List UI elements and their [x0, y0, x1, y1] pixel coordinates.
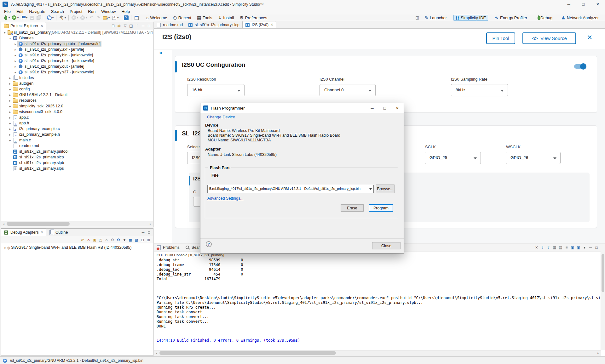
grid-icon[interactable]: ▩	[134, 237, 139, 243]
tree-item[interactable]: ▸main.c	[1, 137, 153, 143]
chevron-right-icon[interactable]: ▸	[8, 139, 12, 142]
tree-item[interactable]: sl_si91x_i2s_primary.slcp	[1, 154, 153, 160]
help-icon[interactable]: ?	[206, 241, 212, 247]
perspective-network-analyzer[interactable]: ♟Network Analyzer	[559, 15, 601, 21]
menu-search[interactable]: Search	[48, 9, 67, 14]
editor-tab-i2s-i2s0-[interactable]: I2S (i2s0)✕	[242, 21, 276, 28]
dropdown-arrow-icon[interactable]: ▾	[9, 16, 10, 19]
chevron-right-icon[interactable]: ▸	[8, 116, 12, 119]
tree-item[interactable]: ▸sl_si91x_i2s_primary_isp.bin - [unknown…	[1, 41, 153, 47]
dropdown-arrow-icon[interactable]: ▾	[65, 16, 66, 19]
menu-file[interactable]: File	[1, 9, 14, 14]
run-icon[interactable]: ▾	[11, 15, 19, 20]
expand-all-icon[interactable]: ⊞	[146, 237, 151, 243]
build-icon[interactable]: ▾	[58, 15, 66, 20]
chevron-right-icon[interactable]: ▸	[14, 48, 17, 51]
chevron-right-icon[interactable]: ▸	[8, 93, 12, 97]
more-icon[interactable]: ⁞	[134, 23, 140, 29]
scroll-to-bottom-icon[interactable]: ⇩	[540, 245, 545, 250]
scroll-right-icon[interactable]: ▸	[148, 221, 153, 226]
toolbar-link-welcome[interactable]: ⌂Welcome	[146, 15, 167, 20]
chevron-right-icon[interactable]: ▸	[8, 105, 12, 108]
link-editor-icon[interactable]: ⇄	[116, 23, 122, 29]
tree-item[interactable]: ▸config	[1, 86, 153, 92]
chevron-right-icon[interactable]: ▸	[8, 133, 12, 136]
sclk-dropdown[interactable]: GPIO_25	[425, 152, 481, 164]
toolbar-link-tools[interactable]: ▦Tools	[197, 15, 212, 20]
dropdown-arrow-icon[interactable]: ▾	[108, 16, 110, 19]
close-button[interactable]: ✕	[391, 103, 404, 113]
chevron-right-icon[interactable]: ▸	[8, 76, 12, 80]
wsclk-dropdown[interactable]: GPIO_26	[506, 152, 561, 164]
minimize-button[interactable]: ─	[366, 103, 378, 113]
dropdown-arrow-icon[interactable]: ▾	[86, 16, 87, 19]
debug-icon[interactable]: ▾	[2, 15, 10, 20]
maximize-icon[interactable]: □	[146, 23, 152, 29]
chevron-right-icon[interactable]: ▸	[8, 88, 12, 91]
minimize-icon[interactable]: ─	[140, 23, 146, 29]
chevron-down-icon[interactable]: ▾	[8, 37, 12, 40]
open-perspective-icon[interactable]: ◫	[414, 15, 420, 20]
tab-problems[interactable]: Problems	[154, 243, 182, 252]
search-icon[interactable]: ▾	[46, 15, 54, 20]
tree-item[interactable]: ▸sl_si91x_i2s_primary.hex - [unknown/le]	[1, 58, 153, 64]
tree-item[interactable]: ▾sl_si91x_i2s_primary [GNU ARM v12.2.1 -…	[1, 30, 153, 35]
chevron-right-icon[interactable]: ▸	[14, 42, 17, 46]
launch-console-icon[interactable]: ◳	[98, 237, 103, 243]
tree-item[interactable]: ▸i2s_primary_example.h	[1, 132, 153, 137]
menu-window[interactable]: Window	[98, 9, 118, 14]
new-wizard-icon[interactable]: ▾	[20, 15, 28, 20]
uc-dropdown-i2s0-channel[interactable]: Channel 0	[320, 84, 376, 96]
scroll-left-icon[interactable]: ◂	[154, 350, 159, 355]
refresh-icon[interactable]: ⟳	[80, 237, 85, 243]
sub-panel-dropdown-fragment[interactable]	[193, 197, 201, 207]
editor-tab-sl-si91x-i2s-primary-slcp[interactable]: sl_si91x_i2s_primary.slcp	[186, 21, 242, 28]
close-tab-icon[interactable]: ✕	[40, 24, 43, 28]
chevron-right-icon[interactable]: ▸	[14, 65, 17, 68]
open-console-icon[interactable]: ▣	[576, 245, 581, 250]
tab-project-explorer[interactable]: Project Explorer ✕	[1, 22, 46, 30]
export-icon[interactable]: ▾	[111, 15, 119, 20]
chevron-right-icon[interactable]: ▸	[14, 59, 17, 63]
chevron-right-icon[interactable]: ▸	[14, 71, 17, 74]
scroll-right-icon[interactable]: ▸	[596, 350, 601, 355]
debug-adapter-item[interactable]: ▸ ψ SiWG917 Single-band Wi-Fi and BLE 8M…	[1, 245, 153, 250]
chevron-right-icon[interactable]: ▸	[3, 246, 7, 249]
browse-button[interactable]: Browse...	[376, 185, 395, 193]
collapse-all-icon[interactable]: ⊟	[110, 23, 116, 29]
tree-item[interactable]: ▾Binaries	[1, 35, 153, 41]
add-group-icon[interactable]: ▣	[92, 237, 97, 243]
open-perspective-icon[interactable]	[133, 15, 140, 20]
chevron-right-icon[interactable]: ▸	[14, 54, 17, 57]
tree-item[interactable]: ▸wiseconnect3_sdk_4.0.0	[1, 109, 153, 115]
chevron-down-icon[interactable]: ▾	[3, 31, 7, 34]
tree-item[interactable]: ▸i2s_primary_example.c	[1, 126, 153, 132]
dropdown-arrow-icon[interactable]: ▾	[52, 16, 54, 19]
minimize-icon[interactable]: ─	[140, 230, 146, 235]
perspective-simplicity-ide[interactable]: {}Simplicity IDE	[453, 15, 488, 21]
vertical-scrollbar[interactable]	[601, 252, 605, 350]
tree-item[interactable]: sl_si91x_i2s_primary.slpb	[1, 160, 153, 166]
file-path-combo[interactable]: 5.rel.Staging_4017\sl_si91x_i2s_primary\…	[207, 185, 374, 193]
menu-run[interactable]: Run	[85, 9, 98, 14]
scroll-to-top-icon[interactable]: ⇧	[546, 245, 551, 250]
collapse-sidebar-icon[interactable]: »	[159, 49, 162, 56]
clear-console-icon[interactable]: ▦	[552, 245, 557, 250]
tab-search[interactable]: Sear	[182, 243, 203, 252]
tab-debug-adapters[interactable]: Debug Adapters ✕	[1, 229, 46, 236]
dropdown-arrow-icon[interactable]: ▾	[117, 16, 118, 19]
import-icon[interactable]: ▾	[102, 15, 110, 20]
close-tab-icon[interactable]: ✕	[41, 230, 43, 235]
program-button[interactable]: Program	[369, 204, 393, 212]
toolbar-link-install[interactable]: ↧Install	[218, 15, 234, 20]
uc-dropdown-i2s0-resolution[interactable]: 16 bit	[187, 84, 245, 96]
horizontal-scrollbar[interactable]: ◂ ▸	[154, 350, 601, 356]
columns-icon[interactable]: ▦	[128, 237, 133, 243]
toolbar-link-preferences[interactable]: ⚙Preferences	[239, 15, 267, 20]
pin-console-icon[interactable]: ▣	[570, 245, 575, 250]
maximize-icon[interactable]: □	[146, 230, 152, 235]
tree-item[interactable]: ▸GNU ARM v12.2.1 - Default	[1, 92, 153, 98]
configure-icon[interactable]: ⚙	[110, 237, 115, 243]
open-console-icon[interactable]	[123, 15, 129, 20]
perspective-launcher[interactable]: ✎Launcher	[422, 15, 449, 21]
